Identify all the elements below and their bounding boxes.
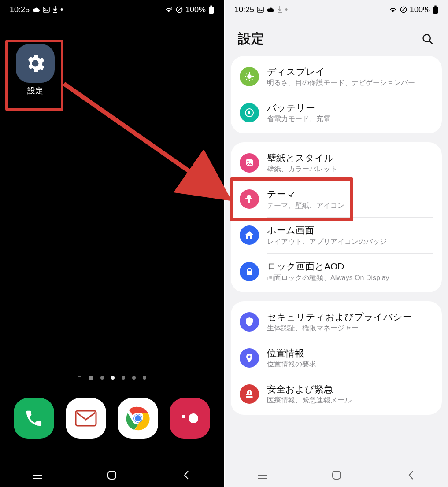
item-title: ホーム画面 bbox=[267, 224, 433, 236]
svg-line-36 bbox=[252, 79, 252, 80]
mail-app-icon[interactable] bbox=[66, 398, 106, 439]
pager-dot bbox=[143, 376, 146, 380]
svg-rect-26 bbox=[433, 7, 438, 14]
no-signal-icon bbox=[176, 6, 183, 13]
settings-item-battery[interactable]: バッテリー省電力モード、充電 bbox=[231, 95, 442, 131]
item-text: テーマテーマ、壁紙、アイコン bbox=[267, 188, 433, 210]
app-settings[interactable]: 設定 bbox=[9, 44, 62, 96]
theme-icon bbox=[240, 189, 259, 209]
battery-icon bbox=[433, 5, 438, 14]
svg-rect-40 bbox=[248, 111, 250, 114]
svg-rect-16 bbox=[182, 415, 185, 418]
item-subtitle: レイアウト、アプリアイコンのバッジ bbox=[267, 237, 433, 247]
image-icon bbox=[43, 7, 50, 13]
item-text: ロック画面とAOD画面ロックの種類、Always On Display bbox=[267, 260, 433, 282]
item-subtitle: 医療情報、緊急速報メール bbox=[267, 396, 433, 405]
settings-item-location[interactable]: 位置情報位置情報の要求 bbox=[231, 340, 442, 376]
svg-rect-0 bbox=[43, 7, 49, 12]
battery-icon bbox=[208, 5, 214, 14]
wifi-icon: ↕ bbox=[164, 6, 173, 13]
item-text: ディスプレイ明るさ、目の保護モード、ナビゲーションバー bbox=[267, 66, 433, 88]
page-title: 設定 bbox=[238, 30, 264, 48]
search-button[interactable] bbox=[421, 32, 435, 46]
navbar-right bbox=[225, 465, 448, 487]
item-title: バッテリー bbox=[267, 102, 433, 114]
svg-rect-51 bbox=[333, 471, 341, 479]
nav-recents[interactable] bbox=[236, 471, 289, 479]
statusbar-right: 10:25 • 100% bbox=[225, 0, 448, 18]
display-icon bbox=[240, 67, 259, 86]
download-icon bbox=[52, 6, 58, 13]
nav-home[interactable] bbox=[310, 470, 363, 480]
svg-point-42 bbox=[247, 161, 249, 162]
item-text: 位置情報位置情報の要求 bbox=[267, 347, 433, 369]
cloud-icon bbox=[267, 7, 274, 13]
item-title: ディスプレイ bbox=[267, 66, 433, 77]
svg-text:↕: ↕ bbox=[171, 7, 173, 10]
svg-line-37 bbox=[246, 79, 247, 80]
settings-list[interactable]: ディスプレイ明るさ、目の保護モード、ナビゲーションバーバッテリー省電力モード、充… bbox=[225, 56, 448, 465]
item-title: 壁紙とスタイル bbox=[267, 152, 433, 164]
svg-line-35 bbox=[246, 74, 247, 74]
settings-item-shield[interactable]: セキュリティおよびプライバシー生体認証、権限マネージャー bbox=[231, 304, 442, 340]
settings-item-wallpaper[interactable]: 壁紙とスタイル壁紙、カラーパレット bbox=[231, 145, 442, 181]
gear-icon bbox=[16, 44, 55, 83]
item-text: バッテリー省電力モード、充電 bbox=[267, 102, 433, 124]
emergency-icon bbox=[240, 384, 259, 404]
item-text: 壁紙とスタイル壁紙、カラーパレット bbox=[267, 152, 433, 174]
nav-back[interactable] bbox=[160, 470, 213, 480]
settings-item-display[interactable]: ディスプレイ明るさ、目の保護モード、ナビゲーションバー bbox=[231, 59, 442, 95]
item-subtitle: 画面ロックの種類、Always On Display bbox=[267, 273, 433, 283]
nav-recents[interactable] bbox=[11, 471, 64, 479]
pager-dot bbox=[132, 376, 136, 380]
settings-group: セキュリティおよびプライバシー生体認証、権限マネージャー位置情報位置情報の要求安… bbox=[231, 301, 442, 415]
app-label: 設定 bbox=[9, 85, 62, 96]
svg-point-46 bbox=[249, 392, 250, 394]
settings-item-home[interactable]: ホーム画面レイアウト、アプリアイコンのバッジ bbox=[231, 217, 442, 253]
cloud-icon bbox=[32, 7, 40, 13]
svg-point-15 bbox=[189, 413, 198, 423]
lock-icon bbox=[240, 262, 259, 281]
wifi-icon bbox=[389, 6, 397, 13]
svg-rect-6 bbox=[209, 7, 214, 14]
settings-item-lock[interactable]: ロック画面とAOD画面ロックの種類、Always On Display bbox=[231, 253, 442, 289]
svg-point-14 bbox=[135, 415, 141, 421]
svg-point-22 bbox=[259, 8, 260, 10]
chrome-app-icon[interactable] bbox=[118, 398, 158, 439]
search-icon bbox=[422, 33, 434, 45]
item-title: テーマ bbox=[267, 188, 433, 200]
svg-rect-27 bbox=[434, 6, 437, 7]
item-subtitle: 明るさ、目の保護モード、ナビゲーションバー bbox=[267, 78, 433, 88]
status-battery-text: 100% bbox=[185, 5, 206, 15]
svg-rect-20 bbox=[108, 471, 116, 479]
wallpaper-icon bbox=[240, 153, 259, 173]
home-body: 設定 ≡ bbox=[0, 18, 224, 465]
phone-app-icon[interactable] bbox=[14, 398, 54, 439]
item-text: セキュリティおよびプライバシー生体認証、権限マネージャー bbox=[267, 311, 433, 333]
navbar-left bbox=[0, 465, 224, 487]
nav-home[interactable] bbox=[85, 470, 138, 480]
status-time: 10:25 bbox=[10, 5, 30, 15]
settings-group: ディスプレイ明るさ、目の保護モード、ナビゲーションバーバッテリー省電力モード、充… bbox=[231, 56, 442, 133]
pager-dot-active bbox=[111, 376, 115, 380]
battery-icon bbox=[240, 103, 259, 122]
pager-menu-icon: ≡ bbox=[78, 374, 82, 381]
svg-point-30 bbox=[247, 74, 252, 79]
item-subtitle: テーマ、壁紙、アイコン bbox=[267, 201, 433, 210]
svg-rect-47 bbox=[249, 391, 249, 393]
svg-rect-23 bbox=[278, 12, 282, 13]
svg-rect-43 bbox=[247, 271, 252, 275]
svg-point-44 bbox=[248, 355, 251, 358]
no-signal-icon bbox=[400, 6, 407, 13]
settings-item-theme[interactable]: テーマテーマ、壁紙、アイコン bbox=[231, 181, 442, 217]
camera-app-icon[interactable] bbox=[170, 398, 210, 439]
settings-item-emergency[interactable]: 安全および緊急医療情報、緊急速報メール bbox=[231, 376, 442, 412]
svg-rect-8 bbox=[76, 411, 96, 426]
statusbar-left: 10:25 • ↕ 100% bbox=[0, 0, 224, 18]
item-subtitle: 位置情報の要求 bbox=[267, 360, 433, 369]
nav-back[interactable] bbox=[385, 470, 437, 480]
page-indicator[interactable]: ≡ bbox=[0, 374, 224, 381]
home-screen: 10:25 • ↕ 100% bbox=[0, 0, 224, 487]
item-title: セキュリティおよびプライバシー bbox=[267, 311, 433, 323]
svg-point-1 bbox=[44, 8, 46, 10]
